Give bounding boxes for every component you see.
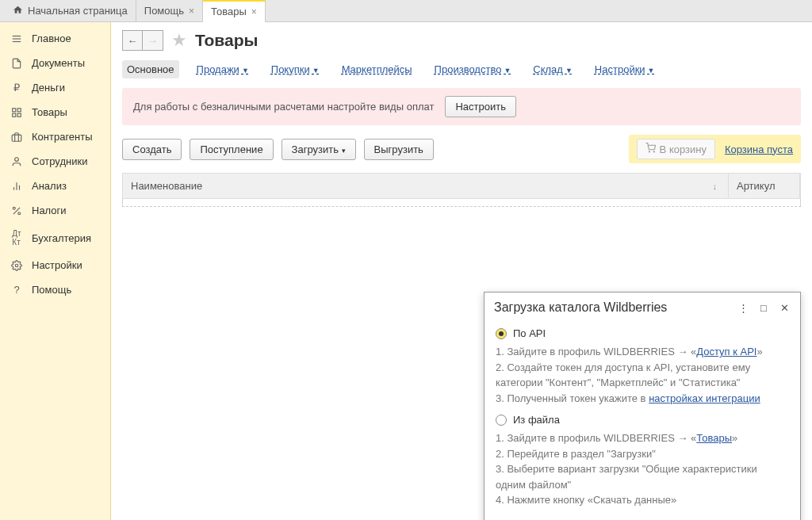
sidebar-item-label: Документы [32, 57, 85, 69]
sidebar-item-products[interactable]: Товары [0, 100, 110, 124]
subtab-settings[interactable]: Настройки▼ [590, 60, 660, 78]
configure-button[interactable]: Настроить [445, 96, 516, 117]
radio-option-file[interactable]: Из файла [496, 414, 789, 426]
cart-empty-link[interactable]: Корзина пуста [725, 143, 793, 155]
dialog-header: Загрузка каталога Wildberries ⋮ □ ✕ [485, 292, 800, 323]
sidebar-item-label: Помощь [32, 284, 71, 296]
create-button[interactable]: Создать [122, 139, 182, 160]
cart-area: В корзину Корзина пуста [629, 135, 801, 163]
to-cart-button[interactable]: В корзину [637, 139, 715, 159]
subtab-marketplaces[interactable]: Маркетплейсы [337, 60, 417, 78]
favorite-star-icon[interactable]: ★ [171, 30, 187, 51]
chevron-down-icon: ▼ [504, 67, 511, 75]
chart-icon [10, 181, 24, 192]
sidebar-item-label: Контрагенты [32, 131, 93, 143]
products-link[interactable]: Товары [696, 432, 732, 444]
sidebar: Главное Документы ₽ Деньги Товары Контра… [0, 22, 111, 520]
tab-home-label: Начальная страница [28, 5, 128, 17]
chevron-down-icon: ▾ [342, 147, 346, 155]
subtabs: Основное Продажи▼ Покупки▼ Маркетплейсы … [122, 60, 801, 78]
svg-rect-6 [13, 113, 16, 117]
load-button[interactable]: Загрузить ▾ [282, 139, 356, 160]
sidebar-item-label: Деньги [32, 82, 65, 94]
svg-point-14 [18, 212, 21, 214]
chevron-down-icon: ▼ [242, 67, 249, 75]
svg-point-17 [653, 151, 654, 152]
gear-icon [10, 260, 24, 271]
sidebar-item-label: Сотрудники [32, 155, 87, 167]
table-col-name[interactable]: Наименование ↓ [123, 174, 729, 198]
sidebar-item-help[interactable]: ? Помощь [0, 277, 110, 302]
nav-forward-button[interactable]: → [143, 30, 163, 51]
menu-icon [10, 33, 24, 44]
dialog-wildberries-import: Загрузка каталога Wildberries ⋮ □ ✕ По A… [484, 292, 801, 520]
cart-icon [645, 143, 656, 155]
table-header: Наименование ↓ Артикул [122, 173, 801, 199]
subtab-purchases[interactable]: Покупки▼ [266, 60, 324, 78]
sidebar-item-money[interactable]: ₽ Деньги [0, 75, 110, 100]
chevron-down-icon: ▼ [312, 67, 320, 75]
close-icon[interactable]: × [251, 6, 257, 17]
tab-help[interactable]: Помощь × [136, 0, 203, 22]
page-header: ← → ★ Товары [122, 30, 801, 51]
table-col-article[interactable]: Артикул [729, 174, 800, 198]
api-access-link[interactable]: Доступ к API [696, 346, 756, 358]
svg-point-13 [13, 207, 15, 209]
tab-products[interactable]: Товары × [203, 0, 266, 22]
sidebar-item-main[interactable]: Главное [0, 26, 110, 51]
more-icon[interactable]: ⋮ [737, 302, 749, 314]
svg-line-12 [13, 207, 20, 213]
sidebar-item-label: Товары [32, 106, 67, 118]
close-icon[interactable]: × [189, 6, 194, 17]
svg-point-16 [649, 151, 649, 152]
question-icon: ? [10, 284, 24, 296]
radio-option-api[interactable]: По API [496, 327, 789, 339]
warning-text: Для работы с безналичными расчетами наст… [133, 101, 434, 113]
subtab-production[interactable]: Производство▼ [430, 60, 516, 78]
sidebar-item-contractors[interactable]: Контрагенты [0, 124, 110, 149]
sidebar-item-analysis[interactable]: Анализ [0, 174, 110, 198]
subtab-sales[interactable]: Продажи▼ [192, 60, 254, 78]
tab-help-label: Помощь [144, 5, 184, 17]
integration-settings-link[interactable]: настройках интеграции [649, 392, 760, 404]
sidebar-item-documents[interactable]: Документы [0, 51, 110, 75]
api-instructions: 1. Зайдите в профиль WILDBERRIES → «Дост… [496, 344, 789, 406]
table-body [122, 199, 801, 207]
svg-rect-7 [12, 135, 21, 141]
unload-button[interactable]: Выгрузить [364, 139, 434, 160]
home-icon [13, 5, 23, 17]
tabs-bar: Начальная страница Помощь × Товары × [0, 0, 812, 22]
warning-bar: Для работы с безналичными расчетами наст… [122, 88, 801, 125]
toolbar: Создать Поступление Загрузить ▾ Выгрузит… [122, 135, 801, 163]
sidebar-item-settings[interactable]: Настройки [0, 253, 110, 277]
grid-icon [10, 107, 24, 118]
sidebar-item-employees[interactable]: Сотрудники [0, 149, 110, 174]
subtab-warehouse[interactable]: Склад▼ [528, 60, 577, 78]
percent-icon [10, 205, 24, 216]
dialog-title: Загрузка каталога Wildberries [494, 300, 737, 315]
close-icon[interactable]: ✕ [778, 302, 791, 314]
radio-icon [496, 415, 507, 426]
sidebar-item-taxes[interactable]: Налоги [0, 198, 110, 223]
content-area: ← → ★ Товары Основное Продажи▼ Покупки▼ … [111, 22, 812, 520]
subtab-main[interactable]: Основное [122, 60, 179, 78]
svg-rect-5 [17, 113, 21, 117]
document-icon [10, 58, 24, 69]
chevron-down-icon: ▼ [648, 67, 655, 75]
sidebar-item-label: Главное [32, 32, 71, 44]
maximize-icon[interactable]: □ [757, 302, 770, 314]
sidebar-item-accounting[interactable]: ДтКт Бухгалтерия [0, 223, 110, 253]
receipt-button[interactable]: Поступление [190, 139, 273, 160]
sidebar-item-label: Анализ [32, 180, 67, 192]
svg-rect-3 [13, 108, 16, 111]
sidebar-item-label: Настройки [32, 259, 82, 271]
accounting-icon: ДтКт [10, 229, 24, 247]
nav-back-button[interactable]: ← [122, 30, 143, 51]
ruble-icon: ₽ [10, 82, 24, 94]
svg-point-8 [15, 157, 19, 161]
sidebar-item-label: Бухгалтерия [32, 232, 91, 244]
radio-label: Из файла [513, 414, 560, 426]
sort-arrow-icon: ↓ [713, 182, 718, 191]
person-icon [10, 156, 24, 167]
tab-home[interactable]: Начальная страница [5, 0, 136, 22]
